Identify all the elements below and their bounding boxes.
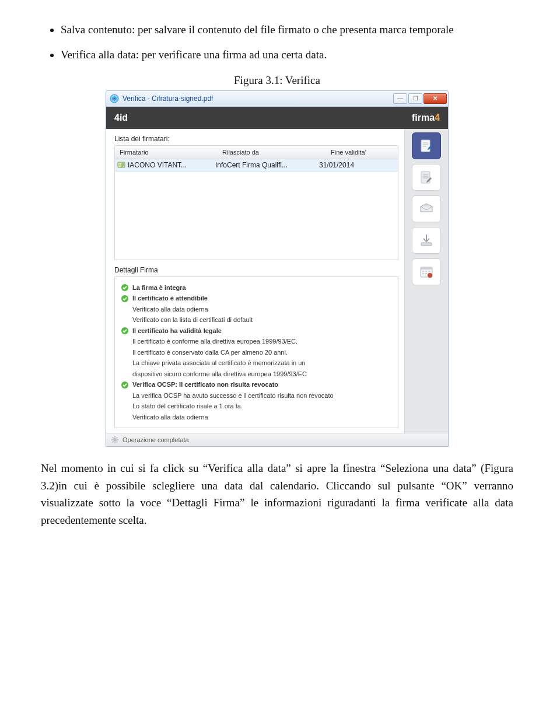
detail-text: La verifica OCSP ha avuto successo e il …: [132, 391, 392, 401]
detail-text: La chiave privata associata al certifica…: [132, 358, 392, 368]
detail-text: Lo stato del certificato risale a 1 ora …: [132, 401, 392, 411]
save-icon[interactable]: [412, 227, 441, 254]
col-firmatario[interactable]: Firmatario: [115, 149, 218, 156]
window-title: Verifica - Cifratura-signed.pdf: [123, 94, 393, 103]
signer-name: IACONO VITANT...: [128, 161, 187, 169]
svg-rect-9: [421, 243, 432, 246]
verify-window: Verifica - Cifratura-signed.pdf — ☐ ✕ 4i…: [106, 90, 449, 447]
brand-bar: 4id firma4: [106, 107, 448, 129]
minimize-button[interactable]: —: [393, 93, 407, 104]
signers-header: Firmatario Rilasciato da Fine validita': [114, 145, 398, 159]
svg-point-12: [428, 273, 432, 278]
signer-row[interactable]: IACONO VITANT... InfoCert Firma Qualifi.…: [115, 159, 398, 172]
detail-text: Il certificato è conforme alla direttiva…: [132, 337, 392, 346]
side-toolbar: [404, 129, 448, 433]
check-icon: [121, 295, 129, 303]
svg-point-13: [113, 438, 117, 442]
detail-ocsp: Verifica OCSP: Il certificato non risult…: [132, 380, 278, 390]
figure-caption: Figura 3.1: Verifica: [41, 74, 513, 87]
app-icon: [110, 94, 119, 103]
maximize-button[interactable]: ☐: [408, 93, 422, 104]
detail-text: Verificato alla data odierna: [132, 304, 392, 314]
check-icon: [121, 381, 129, 389]
detail-text: Verificato alla data odierna: [132, 412, 392, 422]
window-titlebar[interactable]: Verifica - Cifratura-signed.pdf — ☐ ✕: [106, 91, 448, 107]
bottom-paragraph: Nel momento in cui si fa click su “Verif…: [41, 460, 513, 528]
detail-trusted: Il certificato è attendibile: [132, 293, 208, 303]
status-text: Operazione completata: [123, 436, 189, 443]
intro-bullets: Salva contenuto: per salvare il contenut…: [61, 21, 513, 64]
gear-icon: [111, 436, 119, 444]
details-title: Dettagli Firma: [114, 266, 398, 274]
signers-body[interactable]: IACONO VITANT... InfoCert Firma Qualifi.…: [114, 159, 398, 260]
detail-legal: Il certificato ha validità legale: [132, 326, 222, 336]
check-icon: [121, 327, 129, 335]
detail-integrity: La firma è integra: [132, 283, 186, 293]
signer-expiry: 31/01/2014: [314, 161, 398, 169]
brand-right: firma4: [412, 113, 440, 123]
main-panel: Lista dei firmatari: Firmatario Rilascia…: [106, 129, 404, 433]
brand-left: 4id: [114, 113, 128, 123]
cert-icon: [117, 161, 125, 169]
detail-text: Il certificato è conservato dalla CA per…: [132, 348, 392, 358]
svg-rect-11: [421, 267, 432, 270]
svg-rect-7: [421, 140, 430, 152]
bullet-2: Verifica alla data: per verificare una f…: [61, 46, 513, 63]
calendar-icon[interactable]: [412, 258, 441, 285]
col-rilasciato[interactable]: Rilasciato da: [218, 149, 326, 156]
status-bar: Operazione completata: [106, 433, 448, 446]
details-panel: La firma è integra Il certificato è atte…: [114, 276, 398, 429]
detail-text: dispositivo sicuro conforme alla diretti…: [132, 369, 392, 379]
send-mail-icon[interactable]: [412, 195, 441, 222]
close-button[interactable]: ✕: [424, 93, 447, 104]
check-icon: [121, 284, 129, 292]
window-controls: — ☐ ✕: [393, 93, 447, 104]
edit-doc-icon[interactable]: [412, 164, 441, 191]
signer-issuer: InfoCert Firma Qualifi...: [211, 161, 314, 169]
bullet-1: Salva contenuto: per salvare il contenut…: [61, 21, 513, 38]
sign-doc-icon[interactable]: [412, 132, 441, 159]
signers-label: Lista dei firmatari:: [114, 135, 398, 143]
svg-point-2: [119, 164, 121, 166]
detail-text: Verificato con la lista di certificati d…: [132, 315, 392, 325]
col-validita[interactable]: Fine validita': [326, 149, 398, 156]
